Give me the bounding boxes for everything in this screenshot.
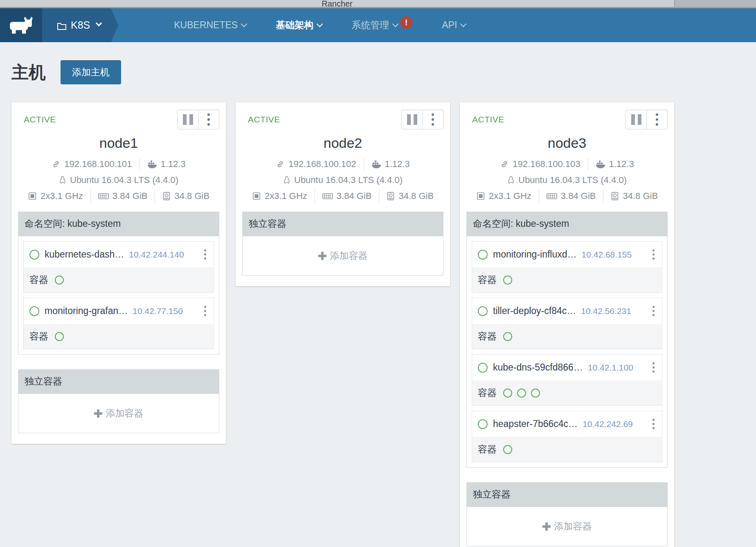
nav-item-system-admin[interactable]: 系统管理 ! bbox=[337, 8, 427, 42]
pod-menu-button[interactable] bbox=[651, 361, 656, 374]
add-host-button[interactable]: 添加主机 bbox=[61, 60, 121, 84]
pod-menu-button[interactable] bbox=[202, 248, 208, 261]
container-status-circle bbox=[503, 332, 512, 341]
pod-row[interactable]: kubernetes-dash… 10.42.244.140 bbox=[24, 242, 214, 267]
host-disk: 34.8 GiB bbox=[162, 191, 209, 201]
container-status-circle bbox=[55, 276, 64, 285]
host-menu-button[interactable] bbox=[422, 110, 443, 129]
nav-item-label: 基础架构 bbox=[276, 19, 313, 32]
standalone-section: 独立容器 添加容器 bbox=[18, 369, 219, 433]
nav-item-kubernetes[interactable]: KUBERNETES bbox=[159, 8, 261, 42]
pod-ip: 10.42.1.100 bbox=[588, 363, 633, 373]
docker-version: 1.12.3 bbox=[147, 159, 186, 170]
host-os: Ubuntu 16.04.3 LTS (4.4.0) bbox=[59, 175, 178, 185]
host-memory-value: 3.84 GiB bbox=[112, 191, 148, 201]
status-row: ACTIVE bbox=[466, 110, 668, 132]
divider bbox=[90, 190, 91, 203]
pod-menu-button[interactable] bbox=[651, 248, 656, 261]
container-status-circle bbox=[55, 332, 64, 341]
chevron-down-icon bbox=[241, 21, 248, 27]
status-badge: ACTIVE bbox=[248, 115, 280, 124]
pod-ip: 10.42.242.69 bbox=[583, 419, 633, 429]
host-name: node3 bbox=[466, 135, 668, 151]
containers-label: 容器 bbox=[29, 330, 48, 343]
pod-containers-row: 容器 bbox=[472, 380, 662, 405]
browser-chrome-right bbox=[674, 0, 756, 7]
pod-containers-row: 容器 bbox=[472, 324, 662, 349]
add-container-button[interactable]: 添加容器 bbox=[542, 520, 592, 533]
pod-name: kubernetes-dash… bbox=[45, 249, 124, 260]
environment-label: K8S bbox=[71, 19, 90, 31]
pod-box: tiller-deploy-cf84c… 10.42.56.231 容器 bbox=[472, 298, 662, 349]
pod-row[interactable]: tiller-deploy-cf84c… 10.42.56.231 bbox=[472, 298, 662, 324]
pause-icon bbox=[631, 114, 641, 125]
browser-tab-title: Rancher bbox=[322, 0, 353, 7]
pod-name: kube-dns-59cfd866… bbox=[493, 362, 583, 373]
host-memory: 3.84 GiB bbox=[547, 191, 596, 201]
host-cpu-value: 2x3.1 GHz bbox=[40, 191, 83, 201]
host-actions bbox=[401, 110, 443, 129]
top-navbar: K8S KUBERNETES 基础架构 系统管理 ! API bbox=[0, 8, 756, 42]
pod-box: kube-dns-59cfd866… 10.42.1.100 容器 bbox=[472, 354, 662, 406]
containers-label: 容器 bbox=[478, 443, 497, 456]
pause-host-button[interactable] bbox=[177, 110, 198, 129]
nav-item-infrastructure[interactable]: 基础架构 bbox=[261, 8, 337, 42]
standalone-section: 独立容器 添加容器 bbox=[466, 482, 668, 546]
pod-box: heapster-7b66c4c… 10.42.242.69 容器 bbox=[472, 411, 662, 462]
link-icon bbox=[500, 160, 509, 169]
host-memory-value: 3.84 GiB bbox=[561, 191, 596, 201]
add-container-button[interactable]: 添加容器 bbox=[318, 249, 368, 262]
containers-label: 容器 bbox=[478, 387, 497, 399]
host-info-row: 192.168.100.102 1.12.3 bbox=[242, 158, 443, 171]
pod-ip: 10.42.68.155 bbox=[582, 250, 632, 260]
host-ip: 192.168.100.103 bbox=[500, 159, 580, 170]
host-os-row: Ubuntu 16.04.3 LTS (4.4.0) bbox=[466, 175, 668, 185]
linux-icon bbox=[59, 176, 66, 185]
pod-row[interactable]: monitoring-grafan… 10.42.77.150 bbox=[24, 298, 214, 324]
plus-icon bbox=[94, 409, 102, 418]
rancher-logo[interactable] bbox=[0, 8, 42, 42]
cpu-icon bbox=[476, 192, 485, 201]
kebab-menu-icon bbox=[207, 113, 210, 126]
alert-badge[interactable]: ! bbox=[400, 16, 412, 29]
pause-icon bbox=[183, 114, 193, 125]
pause-host-button[interactable] bbox=[626, 110, 647, 129]
divider bbox=[364, 158, 364, 171]
pod-menu-button[interactable] bbox=[202, 304, 208, 318]
host-menu-button[interactable] bbox=[646, 110, 668, 129]
pod-box: monitoring-grafan… 10.42.77.150 容器 bbox=[23, 298, 214, 349]
host-specs-row: 2x3.1 GHz 3.84 GiB 34.8 GiB bbox=[18, 190, 219, 203]
pod-name: tiller-deploy-cf84c… bbox=[493, 305, 576, 316]
nav-item-label: API bbox=[442, 20, 457, 31]
pod-row[interactable]: heapster-7b66c4c… 10.42.242.69 bbox=[472, 411, 662, 437]
environment-selector[interactable]: K8S bbox=[42, 8, 111, 42]
standalone-header: 独立容器 bbox=[466, 482, 668, 506]
pod-row[interactable]: monitoring-influxd… 10.42.68.155 bbox=[472, 242, 662, 267]
nav-item-api[interactable]: API bbox=[427, 8, 480, 42]
host-cpu: 2x3.1 GHz bbox=[28, 191, 83, 201]
pod-row[interactable]: kube-dns-59cfd866… 10.42.1.100 bbox=[472, 355, 662, 380]
plus-icon bbox=[542, 522, 551, 531]
pod-menu-button[interactable] bbox=[651, 304, 656, 318]
containers-label: 容器 bbox=[29, 274, 48, 286]
disk-icon bbox=[611, 192, 619, 201]
host-card-node1: ACTIVE node1 192.168.100.101 bbox=[11, 102, 226, 444]
linux-icon bbox=[283, 176, 290, 185]
container-status-circle bbox=[531, 389, 540, 398]
host-card-node3: ACTIVE node3 192.168.100.103 bbox=[460, 102, 674, 547]
page-header: 主机 添加主机 bbox=[11, 60, 745, 84]
host-os-row: Ubuntu 16.04.3 LTS (4.4.0) bbox=[242, 175, 443, 185]
docker-version-value: 1.12.3 bbox=[385, 159, 410, 170]
containers-label: 容器 bbox=[478, 274, 497, 286]
browser-chrome-strip: Rancher bbox=[0, 0, 756, 8]
pod-menu-button[interactable] bbox=[651, 417, 656, 431]
add-container-button[interactable]: 添加容器 bbox=[94, 407, 144, 420]
host-specs-row: 2x3.1 GHz 3.84 GiB 34.8 GiB bbox=[242, 190, 443, 203]
add-container-label: 添加容器 bbox=[106, 407, 144, 420]
docker-icon bbox=[147, 160, 157, 168]
pause-host-button[interactable] bbox=[401, 110, 423, 129]
pod-status-circle bbox=[478, 306, 488, 316]
kebab-menu-icon bbox=[432, 113, 434, 126]
host-menu-button[interactable] bbox=[198, 110, 219, 129]
docker-version-value: 1.12.3 bbox=[609, 159, 634, 170]
